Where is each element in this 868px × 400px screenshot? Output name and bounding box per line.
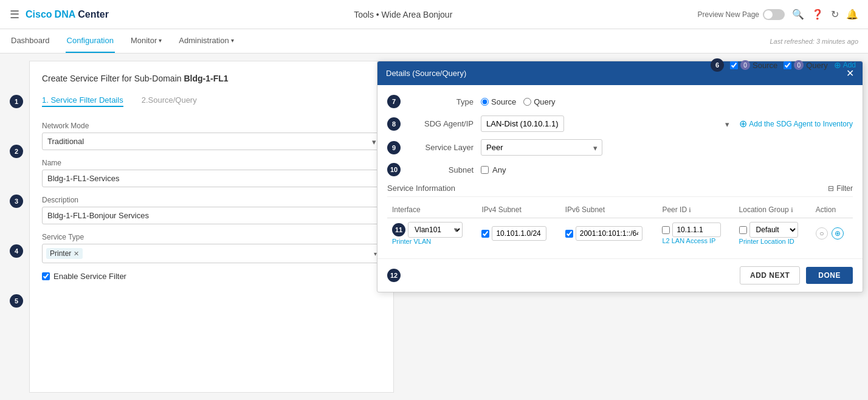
- brand: Cisco DNA Center: [26, 9, 109, 20]
- interface-select-wrapper: Vlan101: [408, 222, 463, 238]
- printer-tag-remove[interactable]: ✕: [74, 250, 79, 258]
- add-button[interactable]: ⊕ Add: [834, 60, 856, 70]
- overlay-footer: 12 ADD NEXT DONE: [377, 258, 863, 292]
- network-mode-label: Network Mode: [42, 122, 381, 130]
- enable-filter-checkbox[interactable]: [42, 272, 50, 280]
- last-refreshed: Last refreshed: 3 minutes ago: [770, 38, 858, 45]
- section-title: Service Information: [387, 184, 455, 193]
- locgroup-sub-label[interactable]: Printer Location ID: [739, 238, 806, 245]
- overlay-title: Details (Source/Query): [386, 69, 466, 78]
- add-sdg-icon: ⊕: [739, 118, 747, 129]
- delete-row-button[interactable]: ○: [816, 227, 828, 240]
- monitor-chevron: ▾: [159, 37, 162, 44]
- tab-administration[interactable]: Administration ▾: [177, 29, 235, 53]
- step-1-label[interactable]: 1. Service Filter Details: [42, 95, 123, 107]
- top-badges: 6 0 Source 0 Query ⊕ Add: [711, 58, 856, 72]
- peerid-input[interactable]: [672, 222, 721, 237]
- ipv6-input[interactable]: [576, 226, 642, 241]
- add-row-button[interactable]: ⊕: [832, 227, 844, 240]
- filter-button[interactable]: ⊟ Filter: [828, 184, 853, 193]
- table-header-row: Interface IPv4 Subnet IPv6 Subnet Peer I…: [387, 202, 853, 218]
- subnet-control: Any: [481, 165, 853, 174]
- bell-icon[interactable]: 🔔: [846, 9, 858, 20]
- source-radio-text: Source: [491, 97, 516, 106]
- interface-cell: 11 Vlan101: [392, 222, 472, 238]
- search-icon[interactable]: 🔍: [792, 9, 804, 20]
- locgroup-select[interactable]: Default: [749, 222, 798, 238]
- peerid-sub-label[interactable]: L2 LAN Access IP: [662, 237, 729, 244]
- network-mode-select[interactable]: Traditional SD-Access: [42, 133, 381, 150]
- service-layer-select[interactable]: Peer Local Fabric: [481, 139, 602, 156]
- main-content: 1 2 3 4 5 Create Service Filter for Sub-…: [0, 53, 868, 400]
- step-badge-1: 1: [10, 95, 23, 108]
- tab-dashboard[interactable]: Dashboard: [10, 29, 51, 53]
- add-next-button[interactable]: ADD NEXT: [740, 266, 800, 284]
- service-layer-select-wrapper: Peer Local Fabric: [481, 139, 602, 156]
- td-interface: 11 Vlan101 Printer VLAN: [387, 218, 477, 249]
- preview-toggle-switch[interactable]: [763, 9, 785, 20]
- step-badge-9: 9: [387, 141, 401, 154]
- step-2-label[interactable]: 2.Source/Query: [142, 95, 197, 107]
- type-label: Type: [413, 97, 474, 106]
- top-bar-left: ☰ Cisco DNA Center: [10, 8, 109, 21]
- service-type-label: Service Type: [42, 233, 381, 241]
- step-badge-7: 7: [387, 95, 401, 108]
- done-button[interactable]: DONE: [806, 267, 853, 284]
- ipv6-cell: [565, 226, 653, 241]
- brand-dna: DNA: [55, 9, 76, 20]
- tab-nav-left: Dashboard Configuration Monitor ▾ Admini…: [10, 29, 235, 53]
- refresh-icon[interactable]: ↻: [831, 9, 839, 20]
- page-title-text: Create Service Filter for Sub-Domain Bld…: [42, 74, 381, 83]
- locgroup-cell: Default: [739, 222, 806, 238]
- table-row: 11 Vlan101 Printer VLAN: [387, 218, 853, 249]
- sdg-select[interactable]: LAN-Dist (10.10.1.1): [481, 116, 564, 132]
- subnet-label: Subnet: [413, 165, 474, 174]
- ipv4-input[interactable]: [492, 226, 546, 241]
- enable-filter-group: Enable Service Filter: [42, 272, 381, 281]
- name-label: Name: [42, 159, 381, 167]
- type-control: Source Query: [481, 97, 853, 106]
- preview-label: Preview New Page: [698, 10, 759, 19]
- tab-monitor[interactable]: Monitor ▾: [129, 29, 163, 53]
- description-input[interactable]: [42, 207, 381, 224]
- th-locgroup: Location Group ℹ: [734, 202, 811, 218]
- step-badge-11: 11: [392, 223, 405, 236]
- description-label: Description: [42, 196, 381, 204]
- source-radio-label[interactable]: Source: [481, 97, 516, 106]
- brand-cisco: Cisco: [26, 9, 52, 20]
- overlay-body: 7 Type Source Query 8: [377, 85, 863, 258]
- locgroup-checkbox[interactable]: [739, 226, 747, 234]
- th-interface: Interface: [387, 202, 477, 218]
- td-peerid: L2 LAN Access IP: [657, 218, 734, 249]
- peerid-checkbox[interactable]: [662, 226, 670, 234]
- interface-select[interactable]: Vlan101: [408, 222, 463, 238]
- th-ipv6: IPv6 Subnet: [560, 202, 658, 218]
- name-input[interactable]: [42, 170, 381, 187]
- step-badge-10: 10: [387, 163, 401, 176]
- service-type-input[interactable]: Printer ✕ ▾: [42, 244, 381, 263]
- query-count: 0: [794, 60, 804, 70]
- query-checkbox[interactable]: [784, 61, 791, 69]
- interface-sub-label[interactable]: Printer VLAN: [392, 238, 472, 245]
- tab-configuration[interactable]: Configuration: [66, 29, 115, 53]
- source-radio[interactable]: [481, 98, 489, 106]
- section-header: Service Information ⊟ Filter: [387, 184, 853, 197]
- query-radio-label[interactable]: Query: [523, 97, 555, 106]
- ipv6-checkbox[interactable]: [565, 230, 573, 238]
- source-checkbox[interactable]: [730, 61, 738, 69]
- query-label: Query: [806, 61, 827, 70]
- sdg-select-wrapper: LAN-Dist (10.10.1.1): [481, 116, 734, 132]
- ipv4-checkbox[interactable]: [481, 230, 489, 238]
- add-sdg-link[interactable]: ⊕ Add the SDG Agent to Inventory: [739, 118, 853, 129]
- query-radio[interactable]: [523, 98, 531, 106]
- overlay-panel: Details (Source/Query) ✕ 7 Type Source: [377, 61, 863, 292]
- subnet-row: 10 Subnet Any: [387, 163, 853, 176]
- badge-6: 6: [711, 58, 724, 72]
- hamburger-icon[interactable]: ☰: [10, 8, 19, 21]
- type-row: 7 Type Source Query: [387, 95, 853, 108]
- administration-chevron: ▾: [231, 37, 234, 44]
- td-ipv6: [560, 218, 658, 249]
- source-label: Source: [753, 61, 777, 70]
- help-icon[interactable]: ❓: [811, 9, 824, 20]
- subnet-any-checkbox[interactable]: [481, 166, 489, 174]
